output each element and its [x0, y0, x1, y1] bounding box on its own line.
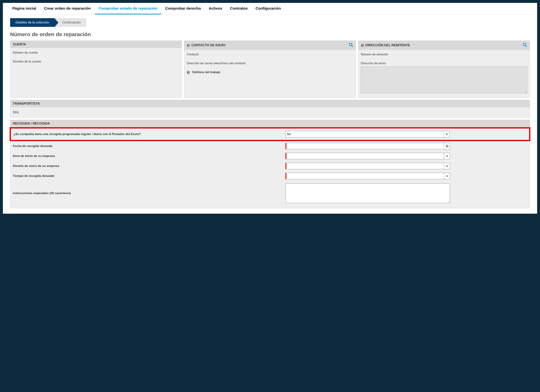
wizard-step-collection-details[interactable]: Detalles de la colección [10, 18, 55, 27]
nav-tab-contracts[interactable]: Contratos [226, 3, 252, 15]
svg-line-3 [525, 45, 527, 47]
panel-pickup-header: RECOGIDA / RECOGIDA [10, 120, 530, 127]
shipping-address-label: Dirección de envío [361, 62, 527, 65]
search-icon[interactable] [349, 43, 353, 48]
close-time-label: Horario de cierre de su empresa [13, 164, 285, 168]
search-icon[interactable] [523, 43, 527, 48]
close-time-row: Horario de cierre de su empresa [10, 161, 530, 171]
pickup-time-select[interactable] [285, 173, 450, 179]
wizard-steps: Detalles de la colección Confirmación [10, 18, 530, 27]
panel-account-title: CUENTA [13, 43, 26, 46]
scheduled-pickup-row: ¿Su compañía tiene una recogida programa… [11, 129, 529, 139]
info-icon: i [361, 44, 364, 47]
nav-tab-home[interactable]: Página inicial [8, 3, 40, 15]
panel-carrier: TRANSPORTISTA DHL [10, 100, 530, 118]
info-icon: i [187, 71, 190, 74]
nav-tab-check-entitlement[interactable]: Comprobar derecho [161, 3, 205, 15]
nav-tab-assets[interactable]: Activos [205, 3, 226, 15]
nav-tab-create-order[interactable]: Crear orden de reparación [40, 3, 95, 15]
account-number-label: Número de cuenta [13, 51, 179, 55]
contact-email-label: Dirección de correo electrónico del cont… [187, 62, 353, 65]
scheduled-pickup-select[interactable] [285, 131, 450, 137]
carrier-value: DHL [10, 107, 530, 117]
panel-account-header: CUENTA [10, 41, 182, 48]
panel-sender-address: i DIRECCIÓN DEL REMITENTE Número de alma… [358, 40, 530, 98]
pickup-date-label: Fecha de recogida deseada [13, 144, 285, 148]
panel-sender-address-title: DIRECCIÓN DEL REMITENTE [365, 43, 410, 47]
svg-line-1 [351, 45, 353, 47]
open-time-label: Hora de inicio de su empresa [13, 154, 285, 158]
account-name-label: Nombre de la cuenta [13, 60, 179, 63]
pickup-time-row: Tiempo de recogida deseado [10, 171, 530, 181]
wizard-step-confirmation[interactable]: Confirmación [55, 18, 86, 27]
content-area: Detalles de la colección Confirmación Nú… [3, 15, 537, 213]
panel-shipping-contact-header: i CONTACTO DE ENVÍO [184, 41, 356, 50]
main-nav: Página inicial Crear orden de reparación… [3, 3, 537, 15]
shipping-address-textarea[interactable] [361, 67, 527, 93]
open-time-row: Hora de inicio de su empresa [10, 151, 530, 161]
scheduled-pickup-label: ¿Su compañía tiene una recogida programa… [13, 132, 285, 136]
warehouse-number-label: Número de almacén [361, 53, 527, 56]
panel-account: CUENTA Número de cuenta Nombre de la cue… [10, 40, 182, 98]
special-instructions-textarea[interactable] [285, 184, 450, 203]
info-icon: i [187, 44, 190, 47]
panel-shipping-contact: i CONTACTO DE ENVÍO Contacto Dirección d… [184, 40, 356, 98]
svg-point-2 [523, 43, 526, 46]
pickup-date-input[interactable] [285, 143, 450, 149]
svg-point-0 [349, 43, 352, 46]
panel-shipping-contact-title: CONTACTO DE ENVÍO [191, 43, 225, 47]
app-frame: Página inicial Crear orden de reparación… [3, 3, 537, 214]
panel-sender-address-header: i DIRECCIÓN DEL REMITENTE [358, 41, 530, 50]
contact-label: Contacto [187, 53, 353, 56]
open-time-select[interactable] [285, 153, 450, 159]
panel-pickup: RECOGIDA / RECOGIDA ¿Su compañía tiene u… [10, 120, 530, 208]
pickup-time-label: Tiempo de recogida deseado [13, 174, 285, 178]
pickup-date-row: Fecha de recogida deseada [10, 141, 530, 151]
special-instructions-row: instrucciones especiales (20 caracteres) [10, 181, 530, 205]
close-time-select[interactable] [285, 163, 450, 169]
work-phone-label: Teléfono del trabajo [192, 70, 220, 74]
page-title: Número de orden de reparación [10, 31, 530, 37]
highlighted-scheduled-pickup-row: ¿Su compañía tiene una recogida programa… [10, 127, 530, 141]
panel-carrier-header: TRANSPORTISTA [10, 100, 530, 107]
nav-tab-settings[interactable]: Configuración [252, 3, 285, 15]
info-panels-row: CUENTA Número de cuenta Nombre de la cue… [10, 40, 530, 98]
special-instructions-label: instrucciones especiales (20 caracteres) [13, 191, 285, 195]
nav-tab-check-status[interactable]: Comprobar estado de reparación [95, 3, 161, 15]
